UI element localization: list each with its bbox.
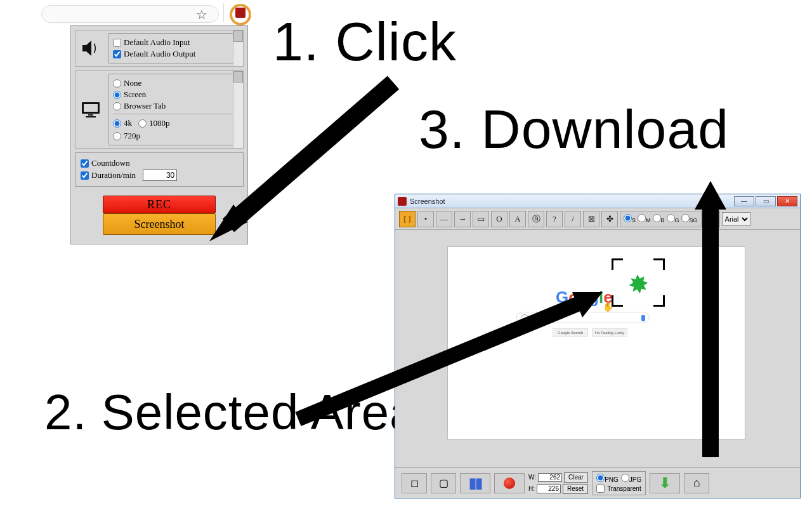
res-4k-radio[interactable]: 4k bbox=[113, 118, 132, 128]
tool-arrow[interactable]: → bbox=[454, 211, 471, 227]
size-sg-radio[interactable]: SG bbox=[681, 213, 698, 225]
audio-scrollbar[interactable] bbox=[233, 30, 243, 66]
format-png-radio[interactable]: PNG bbox=[596, 474, 619, 483]
tool-slash[interactable]: / bbox=[565, 211, 581, 227]
download-icon: ⬇ bbox=[659, 475, 671, 491]
extension-icon[interactable] bbox=[235, 8, 246, 18]
res-720p-radio[interactable]: 720p bbox=[113, 131, 236, 141]
color-swatch[interactable]: ▾ bbox=[704, 211, 720, 227]
default-audio-output-checkbox[interactable]: Default Audio Output bbox=[113, 49, 236, 59]
record-button[interactable] bbox=[494, 473, 525, 493]
capture-section: None Screen Browser Tab 4k 1080p 720p bbox=[75, 70, 244, 149]
toolbar-separator bbox=[223, 3, 224, 22]
tool-circle[interactable]: O bbox=[491, 211, 508, 227]
height-input[interactable] bbox=[537, 485, 561, 493]
screenshot-editor-window: Screenshot — ▭ ✕ [ ] • — → ▭ O A ⓐ ? / ⊠… bbox=[395, 194, 801, 498]
screenshot-button[interactable]: Screenshot bbox=[103, 213, 216, 235]
window-close-button[interactable]: ✕ bbox=[777, 196, 797, 206]
reset-button[interactable]: Reset bbox=[563, 484, 588, 494]
window-app-icon bbox=[398, 197, 407, 206]
svg-rect-1 bbox=[84, 104, 98, 112]
editor-canvas[interactable]: Google Google Search I'm Feeling Lucky ✸… bbox=[447, 246, 745, 439]
extension-popup-panel: Default Audio Input Default Audio Output… bbox=[70, 25, 248, 244]
window-title: Screenshot bbox=[410, 197, 445, 205]
default-audio-input-checkbox[interactable]: Default Audio Input bbox=[113, 37, 236, 48]
step-2-label: 2. Selected Area bbox=[44, 387, 417, 437]
tool-dot[interactable]: • bbox=[417, 211, 434, 227]
google-search-btn: Google Search bbox=[553, 328, 588, 337]
svg-rect-2 bbox=[88, 114, 93, 116]
rec-button[interactable]: REC bbox=[103, 196, 216, 213]
window-maximize-button[interactable]: ▭ bbox=[756, 196, 776, 206]
google-lucky-btn: I'm Feeling Lucky bbox=[592, 328, 627, 337]
dimensions-group: W:Clear H:Reset bbox=[528, 472, 588, 494]
browser-address-bar bbox=[41, 5, 219, 23]
countdown-checkbox[interactable]: Countdown bbox=[81, 158, 238, 168]
capture-screen-radio[interactable]: Screen bbox=[113, 90, 236, 100]
editor-stage: Google Google Search I'm Feeling Lucky ✸… bbox=[395, 230, 800, 467]
size-b-radio[interactable]: B bbox=[653, 213, 665, 225]
width-input[interactable] bbox=[538, 473, 562, 482]
tool-text-circled-a[interactable]: ⓐ bbox=[528, 211, 544, 227]
window-titlebar: Screenshot — ▭ ✕ bbox=[395, 194, 800, 208]
svg-rect-3 bbox=[86, 116, 96, 117]
capture-none-radio[interactable]: None bbox=[113, 78, 236, 88]
home-icon: ⌂ bbox=[693, 476, 700, 490]
size-m-radio[interactable]: M bbox=[638, 213, 651, 225]
format-jpg-radio[interactable]: JPG bbox=[621, 474, 641, 483]
download-button[interactable]: ⬇ bbox=[650, 473, 680, 493]
monitor-icon bbox=[75, 71, 106, 148]
tool-text-a[interactable]: A bbox=[509, 211, 526, 227]
stroke-size-group: S M B G SG bbox=[620, 211, 702, 227]
size-g-radio[interactable]: G bbox=[667, 213, 679, 225]
stop-button[interactable]: ◻ bbox=[402, 473, 427, 493]
editor-bottombar: ◻ ▢ ▮▮ W:Clear H:Reset PNG JPG Transpare… bbox=[395, 467, 800, 498]
editor-toolbar: [ ] • — → ▭ O A ⓐ ? / ⊠ ✤ S M B G SG ▾ A… bbox=[395, 208, 800, 230]
clear-button[interactable]: Clear bbox=[564, 472, 588, 483]
green-star-annotation: ✸ bbox=[626, 269, 652, 300]
home-button[interactable]: ⌂ bbox=[684, 473, 709, 493]
tool-rect[interactable]: ▭ bbox=[473, 211, 489, 227]
tool-lucky[interactable]: ✤ bbox=[601, 211, 618, 227]
speaker-icon bbox=[75, 30, 106, 66]
bookmark-star-icon: ☆ bbox=[196, 7, 207, 22]
window-minimize-button[interactable]: — bbox=[734, 196, 754, 206]
pause-button[interactable]: ▮▮ bbox=[460, 473, 490, 493]
duration-checkbox[interactable]: Duration/min bbox=[81, 170, 238, 181]
step-3-label: 3. Download bbox=[419, 102, 729, 156]
google-searchbox bbox=[516, 312, 650, 323]
size-s-radio[interactable]: S bbox=[624, 213, 636, 225]
transparent-checkbox[interactable]: Transparent bbox=[596, 485, 641, 493]
duration-input[interactable] bbox=[143, 170, 177, 181]
tool-question[interactable]: ? bbox=[546, 211, 563, 227]
step-1-label: 1. Click bbox=[273, 14, 457, 69]
capture-browser-tab-radio[interactable]: Browser Tab bbox=[113, 101, 236, 111]
tool-crossbox[interactable]: ⊠ bbox=[583, 211, 599, 227]
res-1080p-radio[interactable]: 1080p bbox=[138, 118, 170, 128]
tool-select-brackets[interactable]: [ ] bbox=[399, 211, 416, 227]
stop-alt-button[interactable]: ▢ bbox=[431, 473, 456, 493]
capture-scrollbar[interactable] bbox=[233, 71, 243, 148]
font-select[interactable]: Arial bbox=[722, 212, 750, 226]
timing-section: Countdown Duration/min bbox=[75, 152, 244, 187]
audio-section: Default Audio Input Default Audio Output bbox=[75, 30, 244, 67]
tool-line[interactable]: — bbox=[436, 211, 452, 227]
svg-line-4 bbox=[228, 83, 393, 225]
format-group: PNG JPG Transparent bbox=[592, 471, 646, 495]
hand-cursor-icon: ✋ bbox=[603, 302, 613, 312]
